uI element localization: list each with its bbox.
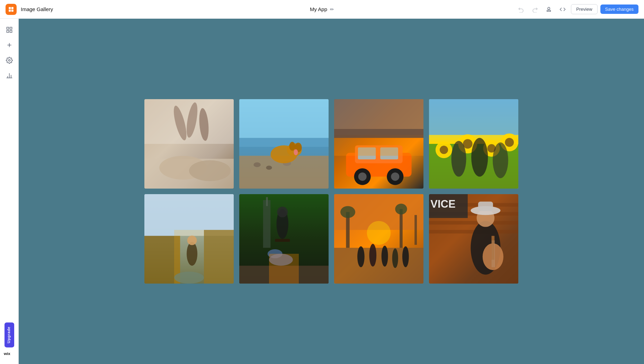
- svg-point-92: [402, 246, 409, 267]
- header-center: My App ✏: [310, 6, 334, 12]
- sidebar-item-settings[interactable]: [2, 53, 16, 67]
- svg-rect-5: [10, 27, 12, 29]
- sidebar-item-dashboard[interactable]: [2, 23, 16, 37]
- svg-rect-68: [174, 230, 204, 284]
- svg-rect-3: [11, 9, 14, 11]
- svg-rect-37: [334, 129, 423, 138]
- svg-rect-48: [429, 99, 518, 135]
- svg-rect-62: [144, 194, 234, 236]
- svg-rect-85: [400, 209, 403, 248]
- svg-point-33: [289, 142, 295, 151]
- upgrade-button[interactable]: Upgrade: [5, 322, 14, 347]
- gallery-container: VICE: [124, 85, 539, 297]
- header: Image Gallery My App ✏: [0, 0, 644, 19]
- stamp-icon: [546, 6, 552, 12]
- svg-point-27: [253, 162, 261, 167]
- svg-rect-2: [9, 9, 11, 11]
- svg-rect-87: [414, 215, 417, 245]
- svg-rect-74: [275, 239, 290, 242]
- gallery-image-4: [429, 99, 518, 189]
- svg-rect-0: [9, 7, 11, 9]
- analytics-icon: [6, 72, 13, 79]
- wix-logo-icon: wix: [4, 351, 15, 356]
- svg-point-89: [369, 244, 376, 267]
- svg-point-60: [493, 142, 508, 178]
- gallery-item-2[interactable]: [239, 99, 329, 189]
- svg-rect-98: [429, 221, 518, 224]
- settings-icon: [6, 57, 13, 64]
- svg-point-88: [357, 246, 365, 267]
- svg-point-28: [266, 166, 272, 170]
- svg-point-44: [358, 173, 367, 181]
- main-layout: Upgrade wix: [0, 19, 644, 364]
- gallery-item-7[interactable]: [334, 194, 423, 284]
- svg-point-86: [395, 204, 407, 215]
- gallery-grid: VICE: [144, 99, 518, 284]
- svg-rect-105: [478, 202, 493, 211]
- sidebar-item-analytics[interactable]: [2, 69, 16, 83]
- canvas: VICE: [19, 19, 644, 364]
- gallery-image-1: [144, 99, 234, 189]
- page-title: My App: [310, 6, 327, 12]
- redo-icon: [532, 6, 538, 12]
- svg-point-84: [340, 206, 355, 218]
- sidebar: Upgrade wix: [0, 19, 19, 364]
- logo-icon: [8, 6, 14, 12]
- svg-point-22: [189, 160, 231, 181]
- svg-text:VICE: VICE: [430, 198, 455, 210]
- svg-rect-6: [7, 31, 9, 33]
- gallery-item-3[interactable]: [334, 99, 423, 189]
- save-button[interactable]: Save changes: [600, 5, 638, 14]
- svg-rect-46: [334, 138, 423, 156]
- svg-point-57: [505, 138, 514, 147]
- app-name: Image Gallery: [21, 6, 53, 12]
- dashboard-icon: [6, 26, 13, 33]
- wix-logo: wix: [3, 350, 16, 357]
- svg-rect-82: [334, 248, 423, 284]
- gallery-item-4[interactable]: [429, 99, 518, 189]
- header-actions: Preview Save changes: [516, 4, 638, 15]
- gallery-image-5: [144, 194, 234, 284]
- stamp-button[interactable]: [543, 4, 554, 15]
- sidebar-item-add[interactable]: [2, 38, 16, 52]
- svg-point-58: [451, 141, 466, 176]
- gallery-item-1[interactable]: [144, 99, 234, 189]
- code-button[interactable]: [557, 4, 568, 15]
- gallery-image-6: [239, 194, 329, 284]
- svg-point-91: [392, 249, 398, 268]
- svg-point-51: [440, 146, 448, 154]
- redo-button[interactable]: [529, 4, 540, 15]
- gallery-item-6[interactable]: [239, 194, 329, 284]
- code-icon: [560, 6, 566, 12]
- svg-rect-4: [7, 27, 9, 29]
- svg-rect-71: [263, 200, 271, 248]
- svg-rect-7: [10, 31, 12, 33]
- svg-rect-72: [266, 197, 268, 206]
- svg-point-76: [277, 207, 288, 217]
- svg-point-9: [8, 60, 10, 61]
- undo-icon: [518, 6, 524, 12]
- svg-point-8: [8, 44, 10, 46]
- svg-point-45: [391, 173, 399, 181]
- gallery-image-8: VICE: [429, 194, 518, 284]
- svg-text:wix: wix: [4, 351, 10, 356]
- preview-button[interactable]: Preview: [571, 4, 597, 14]
- gallery-image-3: [334, 99, 423, 189]
- svg-point-90: [382, 246, 388, 267]
- add-icon: [6, 42, 13, 49]
- undo-button[interactable]: [516, 4, 527, 15]
- gallery-item-5[interactable]: [144, 194, 234, 284]
- gallery-image-2: [239, 99, 329, 189]
- gallery-image-7: [334, 194, 423, 284]
- svg-rect-64: [204, 230, 234, 284]
- svg-point-93: [367, 221, 391, 245]
- svg-rect-1: [11, 7, 14, 9]
- app-logo: [6, 4, 17, 15]
- svg-rect-79: [269, 254, 299, 284]
- sidebar-bottom: Upgrade wix: [3, 322, 16, 360]
- svg-point-59: [471, 138, 488, 177]
- edit-title-icon[interactable]: ✏: [330, 7, 334, 12]
- svg-point-34: [294, 149, 298, 155]
- gallery-item-8[interactable]: VICE: [429, 194, 518, 284]
